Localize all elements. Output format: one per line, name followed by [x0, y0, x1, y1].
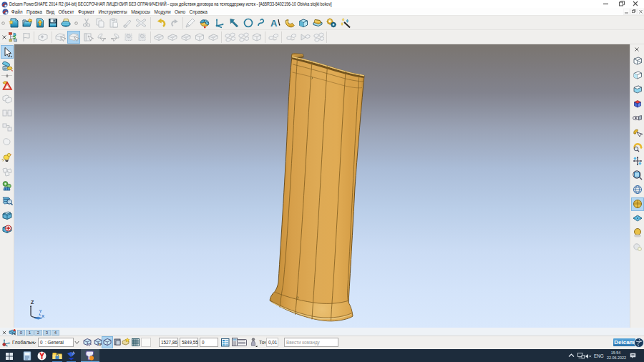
svg-text:Y: Y	[39, 308, 42, 313]
svg-text:Z: Z	[31, 300, 34, 305]
svg-text:X: X	[42, 313, 45, 318]
